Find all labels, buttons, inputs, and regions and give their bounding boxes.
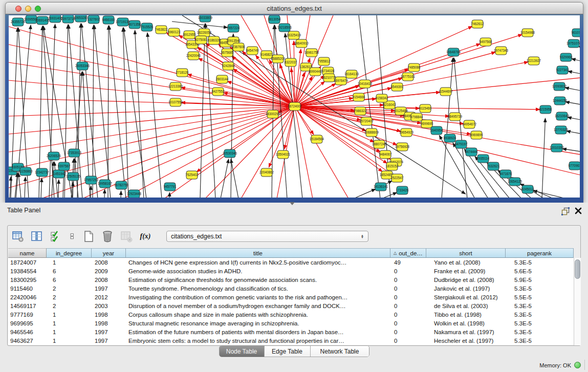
graph-node[interactable]: 9227343 [556,66,569,74]
graph-node[interactable]: 18495739 [448,113,463,121]
graph-node[interactable]: 7632621 [487,162,500,170]
row-height-icon[interactable] [69,230,76,243]
table-row[interactable]: 1830029562008Estimation of significance … [8,275,574,284]
graph-node[interactable]: 11451942 [52,170,66,178]
network-canvas[interactable]: 1872400710107553122133832718126224200468… [9,15,580,198]
table-row[interactable]: 2242004622012Investigating the contribut… [8,293,574,301]
graph-node[interactable]: 18807249 [372,140,387,148]
table-row[interactable]: 946554611997Estimation of the future num… [8,327,574,336]
table-row[interactable]: 1872400712008Changes of HCN gene express… [8,258,574,267]
splitter-grip[interactable] [290,202,295,205]
graph-node[interactable]: 12342737 [35,168,50,177]
graph-node[interactable]: 19747343 [494,47,509,55]
graph-node[interactable]: 6479197 [455,140,468,148]
graph-node[interactable]: 12923448 [127,190,142,198]
graph-node[interactable]: 18300295 [266,110,280,118]
graph-node[interactable]: 16210643 [555,112,570,120]
graph-node[interactable]: 16976474 [334,77,349,85]
graph-node[interactable]: 9154666 [353,93,365,101]
graph-node[interactable]: 8549391 [391,83,404,91]
graph-node[interactable]: 9699695 [421,120,433,128]
graph-node[interactable]: 8471676 [499,170,512,178]
tab-network-table[interactable]: Network Table [311,346,369,357]
graph-node[interactable]: 19958167 [98,180,113,188]
graph-node[interactable]: 26206526 [47,152,61,160]
graph-node[interactable]: 4671358 [128,20,141,29]
graph-node[interactable]: 12213383 [168,82,183,91]
graph-node[interactable]: 8912955 [183,31,196,39]
graph-node[interactable]: 2803144 [216,75,229,83]
graph-node[interactable]: 8427552 [212,87,225,96]
memory-status-indicator[interactable] [574,362,581,368]
graph-node[interactable]: 1640954 [430,126,443,135]
graph-node[interactable]: 9610783 [572,29,580,37]
table-settings-icon[interactable] [12,230,24,243]
graph-node[interactable]: 8990448 [309,68,322,76]
graph-node[interactable]: 1815152 [386,162,399,170]
graph-node[interactable]: 19751074 [567,39,580,48]
graph-node[interactable]: 12010350 [550,144,564,152]
function-builder-icon[interactable]: f(x) [139,230,151,243]
graph-node[interactable]: 15720407 [359,117,374,125]
float-panel-icon[interactable] [561,207,570,215]
graph-node[interactable]: 7462612 [471,20,484,28]
column-header-year[interactable]: year [92,248,126,258]
graph-node[interactable]: 16648784 [446,48,461,56]
graph-node[interactable]: 13504021 [276,150,291,159]
graph-node[interactable]: 20530346 [223,149,237,158]
graph-node[interactable]: 8215958 [539,105,552,114]
graph-node[interactable]: 9397587 [58,162,71,170]
graph-node[interactable]: 18640910 [294,39,309,48]
graph-node[interactable]: 12093832 [552,82,567,91]
graph-node[interactable]: 10653287 [74,15,89,22]
scrollbar-thumb[interactable] [575,259,580,279]
graph-node[interactable]: 12444158 [553,97,568,105]
close-panel-icon[interactable] [575,207,582,214]
graph-node[interactable]: 10654125 [508,178,522,186]
graph-node[interactable]: 7625402 [186,171,199,179]
graph-node[interactable]: 9798844 [410,113,423,121]
column-header-name[interactable]: name [8,248,47,258]
table-row[interactable]: 969969511998Structural magnetic resonanc… [8,319,574,327]
graph-node[interactable]: 10107553 [168,98,183,106]
graph-node[interactable]: 10154988 [520,29,535,37]
graph-node[interactable]: 14136141 [374,183,388,191]
column-select-checklist-icon[interactable] [50,230,62,243]
graph-node[interactable]: 26053346 [75,62,90,70]
graph-node[interactable]: 6466160 [102,16,115,24]
graph-node[interactable]: 9245012 [521,185,534,193]
graph-node[interactable]: 9158342 [376,94,388,102]
graph-node[interactable]: 8454749 [246,47,259,55]
graph-node[interactable]: 9329966 [560,53,573,61]
column-header-pagerank[interactable]: pagerank [506,248,574,258]
graph-node[interactable]: 10416418 [358,80,373,88]
graph-node[interactable]: 14954672 [462,120,477,128]
table-row[interactable]: 946362711997Embryonic stem cells: a mode… [8,336,574,345]
graph-node[interactable]: 9115460 [419,104,432,113]
graph-node[interactable]: 22040862 [259,168,274,177]
graph-node[interactable]: 15184564 [310,135,324,143]
table-source-select[interactable]: citations_edges.txt ▲▼ [166,231,368,242]
vertical-scrollbar[interactable] [574,258,581,345]
table-row[interactable]: 977716911998Corpus callosum shape and si… [8,310,574,319]
table-row[interactable]: 1938455462009Genome-wide association stu… [8,267,574,275]
graph-node[interactable]: 3675685 [221,49,234,57]
graph-node[interactable]: 7463822 [155,26,168,34]
graph-node[interactable]: 9275081 [195,36,208,44]
graph-node[interactable]: 1733426 [396,186,409,194]
graph-node[interactable]: 7857224 [227,24,240,32]
graph-node[interactable]: 9474444 [465,148,478,156]
graph-node[interactable]: 8938924 [444,134,456,142]
graph-node[interactable]: 8186328 [208,36,221,45]
graph-node[interactable]: 18724007 [288,102,302,111]
graph-node[interactable]: 5497568 [480,38,492,46]
graph-node[interactable]: 2718126 [176,69,189,77]
graph-node[interactable]: 1327602 [88,15,100,24]
graph-node[interactable]: 9242848 [222,62,235,70]
graph-node[interactable]: 16164133 [344,70,359,78]
graph-node[interactable]: 17957253 [84,176,99,184]
column-header-title[interactable]: title [126,248,390,258]
graph-node[interactable]: 16782759 [114,181,129,189]
graph-node[interactable]: 16961758 [304,49,319,57]
graph-node[interactable]: 5960123 [168,28,181,36]
